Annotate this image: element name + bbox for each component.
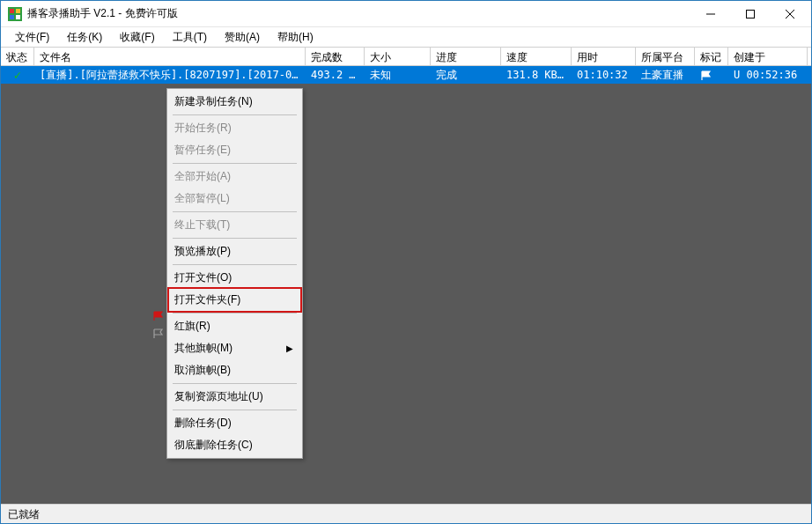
cell-time: 01:10:32 xyxy=(572,67,636,83)
separator xyxy=(173,114,297,115)
statusbar: 已就绪 xyxy=(1,504,811,523)
cm-copy-url[interactable]: 复制资源页地址(U) xyxy=(169,386,300,408)
cell-speed: 131.8 KB/S xyxy=(501,67,572,83)
menu-file[interactable]: 文件(F) xyxy=(6,28,58,47)
cm-stop-dl: 终止下载(T) xyxy=(169,214,300,236)
cell-progress: 完成 xyxy=(431,66,501,85)
titlebar: 播客录播助手 V2.1 - 免费许可版 xyxy=(1,1,811,27)
task-rows: ✓ [直播].[阿拉蕾拯救不快乐].[8207197].[2017-06-...… xyxy=(1,66,811,522)
col-size[interactable]: 大小 xyxy=(365,48,431,65)
svg-rect-1 xyxy=(10,9,14,13)
cm-start-task: 开始任务(R) xyxy=(169,117,300,139)
svg-rect-2 xyxy=(16,9,20,13)
app-icon xyxy=(8,7,22,21)
cell-created: U 00:52:36 xyxy=(728,67,808,83)
cell-filename: [直播].[阿拉蕾拯救不快乐].[8207197].[2017-06-... xyxy=(34,66,306,85)
cm-new-task[interactable]: 新建录制任务(N) xyxy=(169,91,300,113)
separator xyxy=(173,313,297,314)
menubar: 文件(F) 任务(K) 收藏(F) 工具(T) 赞助(A) 帮助(H) xyxy=(1,27,811,47)
status-text: 已就绪 xyxy=(8,508,40,520)
separator xyxy=(173,211,297,212)
close-button[interactable] xyxy=(770,1,809,26)
cm-preview[interactable]: 预览播放(P) xyxy=(169,240,300,262)
col-status[interactable]: 状态 xyxy=(1,48,34,65)
cm-cancel-flag[interactable]: 取消旗帜(B) xyxy=(169,359,300,381)
table-row[interactable]: ✓ [直播].[阿拉蕾拯救不快乐].[8207197].[2017-06-...… xyxy=(1,66,811,84)
svg-rect-4 xyxy=(16,15,20,19)
svg-rect-3 xyxy=(10,15,14,19)
cm-red-flag[interactable]: 红旗(R) xyxy=(169,315,300,337)
col-done[interactable]: 完成数 xyxy=(306,48,365,65)
red-flag-icon xyxy=(152,311,165,323)
cm-pause-task: 暂停任务(E) xyxy=(169,139,300,161)
cell-flag xyxy=(695,67,728,83)
cm-start-all: 全部开始(A) xyxy=(169,166,300,188)
separator xyxy=(173,383,297,384)
cm-delete-task[interactable]: 删除任务(D) xyxy=(169,412,300,434)
status-icon: ✓ xyxy=(1,66,34,84)
col-progress[interactable]: 进度 xyxy=(431,48,501,65)
window-title: 播客录播助手 V2.1 - 免费许可版 xyxy=(27,6,690,21)
separator xyxy=(173,264,297,265)
column-headers: 状态 文件名 完成数 大小 进度 速度 用时 所属平台 标记 创建于 xyxy=(1,47,811,66)
cm-other-flag[interactable]: 其他旗帜(M)▶ xyxy=(169,337,300,359)
maximize-button[interactable] xyxy=(730,1,770,26)
cm-delete-full[interactable]: 彻底删除任务(C) xyxy=(169,434,300,456)
window-controls xyxy=(690,1,809,26)
col-speed[interactable]: 速度 xyxy=(501,48,572,65)
grey-flag-icon xyxy=(152,328,165,341)
col-filename[interactable]: 文件名 xyxy=(34,48,306,65)
separator xyxy=(173,163,297,164)
separator xyxy=(173,410,297,410)
flag-icon xyxy=(700,70,712,81)
separator xyxy=(173,238,297,239)
col-flag[interactable]: 标记 xyxy=(695,48,728,65)
cm-pause-all: 全部暂停(L) xyxy=(169,188,300,210)
context-menu: 新建录制任务(N) 开始任务(R) 暂停任务(E) 全部开始(A) 全部暂停(L… xyxy=(166,88,303,459)
menu-tools[interactable]: 工具(T) xyxy=(164,28,216,47)
menu-fav[interactable]: 收藏(F) xyxy=(111,28,163,47)
minimize-button[interactable] xyxy=(690,1,730,26)
cell-platform: 土豪直播 xyxy=(636,66,695,85)
cell-done: 493.2 MB xyxy=(306,67,365,83)
check-icon: ✓ xyxy=(14,68,21,82)
cm-open-folder[interactable]: 打开文件夹(F) xyxy=(167,287,302,313)
submenu-arrow-icon: ▶ xyxy=(286,343,293,353)
menu-task[interactable]: 任务(K) xyxy=(58,28,111,47)
menu-donate[interactable]: 赞助(A) xyxy=(216,28,269,47)
svg-rect-6 xyxy=(746,10,754,18)
cm-open-file[interactable]: 打开文件(O) xyxy=(169,267,300,289)
cell-size: 未知 xyxy=(365,66,431,85)
task-table: 状态 文件名 完成数 大小 进度 速度 用时 所属平台 标记 创建于 ✓ [直播… xyxy=(1,47,811,522)
col-platform[interactable]: 所属平台 xyxy=(636,48,695,65)
col-created[interactable]: 创建于 xyxy=(728,48,808,65)
col-time[interactable]: 用时 xyxy=(572,48,636,65)
menu-help[interactable]: 帮助(H) xyxy=(269,28,322,47)
